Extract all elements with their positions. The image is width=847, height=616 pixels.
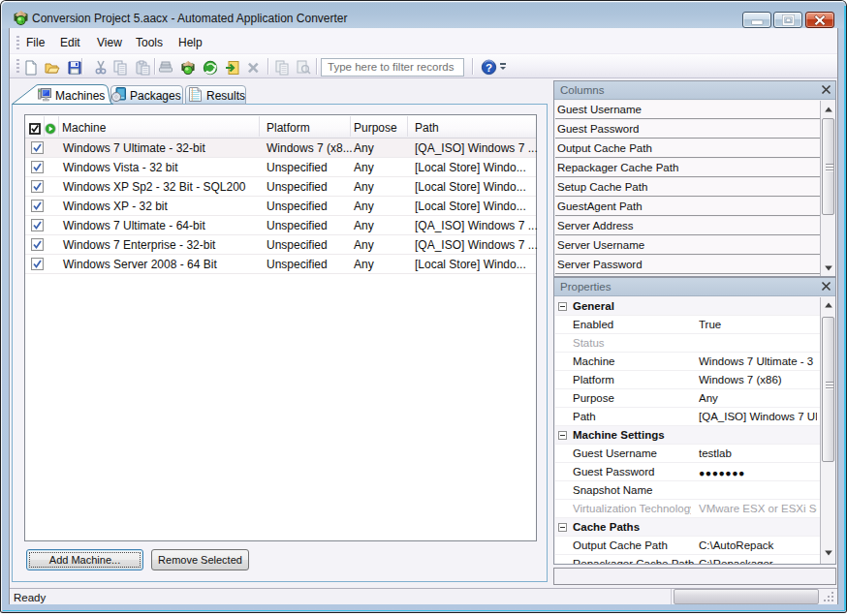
svg-text:?: ? (486, 62, 492, 74)
